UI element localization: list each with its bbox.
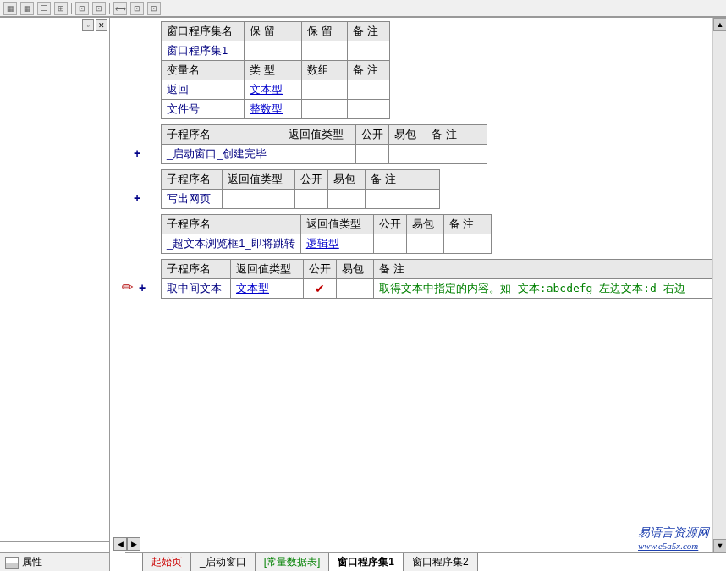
tab-start-window[interactable]: _启动窗口 [190,553,256,571]
var-name[interactable]: 文件号 [162,100,245,119]
col-header: 易包 [389,125,426,145]
table-header-row: 变量名 类 型 数组 备 注 [162,61,390,80]
horizontal-scroll-nav: ◀ ▶ [113,537,140,551]
col-header: 返回值类型 [223,170,295,190]
col-header: 备 注 [348,22,390,41]
expand-plus-icon[interactable]: + [139,281,146,294]
scroll-right-icon[interactable]: ▶ [127,537,140,551]
col-header: 变量名 [162,61,245,80]
sub-name[interactable]: _超文本浏览框1_即将跳转 [162,234,301,254]
col-header: 窗口程序集名 [162,22,245,41]
col-header: 保 留 [245,22,302,41]
col-header: 易包 [406,215,443,234]
table-header-row: 子程序名 返回值类型 公开 易包 备 注 [162,260,712,279]
col-header: 公开 [295,170,328,190]
col-header: 返回值类型 [300,215,373,234]
col-header: 保 留 [302,22,348,41]
var-type-link[interactable]: 整数型 [245,100,302,119]
left-panel: ▫ ✕ 属性 [0,18,110,571]
panel-minimize-icon[interactable]: ▫ [82,19,94,31]
subroutine-table-1: 子程序名 返回值类型 公开 易包 备 注 _启动窗口_创建完毕 [161,124,487,164]
expand-plus-icon[interactable]: + [134,191,140,205]
toolbar-icon[interactable]: ⊡ [130,2,144,15]
public-checkmark-icon[interactable]: ✔ [304,279,337,299]
edit-pencil-icon: ✎ [118,278,137,297]
col-header: 子程序名 [162,215,301,234]
properties-icon [5,557,19,569]
toolbar-separator [109,3,110,14]
expand-plus-icon[interactable]: + [134,146,140,160]
toolbar-separator [71,3,72,14]
scroll-up-icon[interactable]: ▲ [713,18,726,31]
subroutine-table-3: 子程序名 返回值类型 公开 易包 备 注 _超文本浏览框1_即将跳转 逻辑型 [161,214,492,254]
return-type-link[interactable]: 逻辑型 [300,234,373,254]
table-row[interactable]: 写出网页 [162,190,440,209]
table-row[interactable]: 取中间文本 文本型 ✔ 取得文本中指定的内容。如 文本:abcdefg 左边文本… [162,279,712,299]
document-tabs: 起始页 _启动窗口 [常量数据表] 窗口程序集1 窗口程序集2 [125,552,726,571]
sub-name[interactable]: 取中间文本 [162,279,231,299]
col-header: 公开 [373,215,406,234]
scroll-left-icon[interactable]: ◀ [113,537,127,551]
table-row[interactable]: 返回 文本型 [162,80,390,100]
subroutine-table-2: 子程序名 返回值类型 公开 易包 备 注 写出网页 [161,169,440,209]
tab-program-set-1[interactable]: 窗口程序集1 [328,553,404,571]
table-row[interactable]: 窗口程序集1 [162,41,390,61]
col-header: 公开 [304,260,337,279]
table-row[interactable]: _启动窗口_创建完毕 [162,145,487,164]
toolbar-icon[interactable]: ▦ [20,2,34,15]
col-header: 子程序名 [162,125,283,145]
col-header: 返回值类型 [283,125,356,145]
watermark: 易语言资源网 www.e5a5x.com [638,525,709,551]
col-header: 类 型 [245,61,302,80]
toolbar-icon[interactable]: ▦ [3,2,17,15]
properties-label: 属性 [22,555,42,569]
col-header: 数组 [302,61,348,80]
remark-text[interactable]: 取得文本中指定的内容。如 文本:abcdefg 左边文本:d 右边 [374,279,712,299]
sub-name[interactable]: _启动窗口_创建完毕 [162,145,283,164]
col-header: 易包 [328,170,366,190]
col-header: 备 注 [374,260,712,279]
return-type-link[interactable]: 文本型 [231,279,304,299]
col-header: 易包 [337,260,374,279]
toolbar-icon[interactable]: ⊡ [75,2,89,15]
toolbar-icon[interactable]: ⟷ [113,2,127,15]
toolbar-icon[interactable]: ⊡ [92,2,106,15]
table-header-row: 子程序名 返回值类型 公开 易包 备 注 [162,125,487,145]
col-header: 备 注 [348,61,390,80]
table-header-row: 子程序名 返回值类型 公开 易包 备 注 [162,215,492,234]
tab-start-page[interactable]: 起始页 [142,553,191,571]
col-header: 返回值类型 [231,260,304,279]
sub-name[interactable]: 写出网页 [162,190,223,209]
table-row[interactable]: 文件号 整数型 [162,100,390,119]
toolbar-icon[interactable]: ⊞ [54,2,68,15]
watermark-text: 易语言资源网 [638,526,709,539]
code-editor-area: 窗口程序集名 保 留 保 留 备 注 窗口程序集1 变量名 类 型 数组 备 注 [110,18,726,571]
program-set-name[interactable]: 窗口程序集1 [162,41,245,61]
col-header: 备 注 [443,215,491,234]
vertical-scrollbar[interactable]: ▲ ▼ [712,18,726,552]
scroll-down-icon[interactable]: ▼ [713,539,726,552]
col-header: 备 注 [426,125,487,145]
col-header: 子程序名 [162,260,231,279]
subroutine-table-4: 子程序名 返回值类型 公开 易包 备 注 取中间文本 文本型 ✔ 取得文本中指定… [161,259,712,299]
col-header: 备 注 [366,170,440,190]
top-toolbar: ▦ ▦ ☰ ⊞ ⊡ ⊡ ⟷ ⊡ ⊡ [0,0,726,17]
program-set-table: 窗口程序集名 保 留 保 留 备 注 窗口程序集1 变量名 类 型 数组 备 注 [161,21,390,119]
tab-program-set-2[interactable]: 窗口程序集2 [403,553,478,571]
tab-const-table[interactable]: [常量数据表] [255,553,330,571]
panel-close-icon[interactable]: ✕ [96,19,107,31]
col-header: 子程序名 [162,170,223,190]
toolbar-icon[interactable]: ⊡ [147,2,161,15]
watermark-url: www.e5a5x.com [638,541,709,551]
toolbar-icon[interactable]: ☰ [37,2,51,15]
table-row[interactable]: _超文本浏览框1_即将跳转 逻辑型 [162,234,492,254]
var-type-link[interactable]: 文本型 [245,80,302,100]
col-header: 公开 [356,125,389,145]
table-header-row: 窗口程序集名 保 留 保 留 备 注 [162,22,390,41]
var-name[interactable]: 返回 [162,80,245,100]
properties-tab[interactable]: 属性 [0,552,109,571]
table-header-row: 子程序名 返回值类型 公开 易包 备 注 [162,170,440,190]
